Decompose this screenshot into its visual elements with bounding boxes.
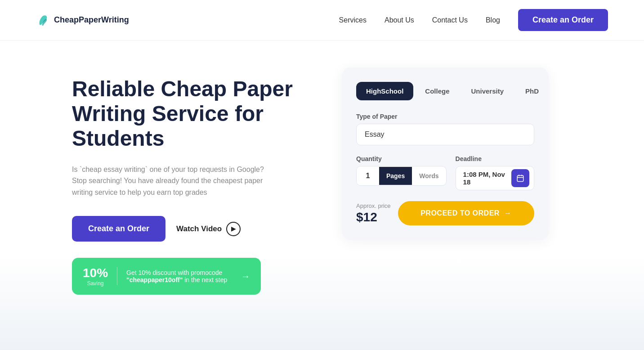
qty-deadline-row: Quantity Pages Words Deadline 1:08 PM, N… (356, 155, 534, 190)
proceed-to-order-button[interactable]: PROCEED TO ORDER → (398, 201, 534, 225)
deadline-label: Deadline (456, 155, 534, 162)
level-tab-phd[interactable]: PhD (515, 82, 549, 100)
type-of-paper-input[interactable] (356, 124, 534, 145)
price-value: $12 (356, 210, 391, 224)
level-tab-college[interactable]: College (415, 82, 459, 100)
deadline-value: 1:08 PM, Nov 18 (463, 171, 510, 186)
quantity-input[interactable] (357, 166, 379, 185)
deadline-control: 1:08 PM, Nov 18 (456, 166, 534, 190)
level-tab-highschool[interactable]: HighSchool (356, 82, 413, 100)
header-create-order-button[interactable]: Create an Order (518, 9, 608, 31)
hero-title: Reliable Cheap Paper Writing Service for… (72, 76, 315, 151)
price-proceed-row: Approx. price $12 PROCEED TO ORDER → (356, 201, 534, 225)
discount-arrow-icon: → (241, 271, 250, 282)
unit-words-button[interactable]: Words (412, 167, 446, 185)
discount-text: Get 10% discount with promocode "cheappa… (126, 269, 232, 283)
logo-text: CheapPaperWriting (54, 15, 129, 25)
level-tab-university[interactable]: University (461, 82, 514, 100)
calendar-button[interactable] (511, 169, 529, 187)
quantity-control: Pages Words (356, 166, 447, 186)
price-area: Approx. price $12 (356, 202, 391, 224)
nav-about-us[interactable]: About Us (385, 16, 414, 24)
hero-buttons: Create an Order Watch Video ▶ (72, 216, 315, 242)
calendar-icon (516, 174, 524, 182)
unit-toggle: Pages Words (379, 167, 446, 185)
hero-section: Reliable Cheap Paper Writing Service for… (72, 67, 315, 295)
watch-video-label: Watch Video (176, 224, 222, 233)
proceed-arrow-icon: → (504, 209, 512, 217)
logo-icon (36, 13, 50, 27)
main-content: Reliable Cheap Paper Writing Service for… (0, 40, 644, 350)
logo[interactable]: CheapPaperWriting (36, 13, 129, 27)
play-icon: ▶ (226, 222, 241, 236)
site-header: CheapPaperWriting Services About Us Cont… (0, 0, 644, 40)
approx-price-label: Approx. price (356, 202, 391, 209)
discount-divider (117, 267, 117, 285)
unit-pages-button[interactable]: Pages (379, 167, 412, 185)
order-form-card: HighSchool College University PhD Type o… (342, 67, 549, 240)
nav-contact-us[interactable]: Contact Us (432, 16, 468, 24)
main-nav: Services About Us Contact Us Blog Create… (339, 9, 608, 31)
quantity-label: Quantity (356, 155, 447, 162)
discount-banner: 10% Saving Get 10% discount with promoco… (72, 258, 261, 295)
watch-video-button[interactable]: Watch Video ▶ (176, 222, 241, 236)
deadline-group: Deadline 1:08 PM, Nov 18 (456, 155, 534, 190)
discount-percentage: 10% Saving (83, 266, 108, 287)
quantity-group: Quantity Pages Words (356, 155, 447, 190)
hero-description: Is `cheap essay writing` one of your top… (72, 164, 279, 198)
svg-rect-0 (517, 175, 523, 182)
nav-blog[interactable]: Blog (486, 16, 500, 24)
create-order-button[interactable]: Create an Order (72, 216, 165, 242)
type-of-paper-label: Type of Paper (356, 113, 534, 120)
level-tabs: HighSchool College University PhD (356, 82, 534, 100)
nav-services[interactable]: Services (339, 16, 367, 24)
